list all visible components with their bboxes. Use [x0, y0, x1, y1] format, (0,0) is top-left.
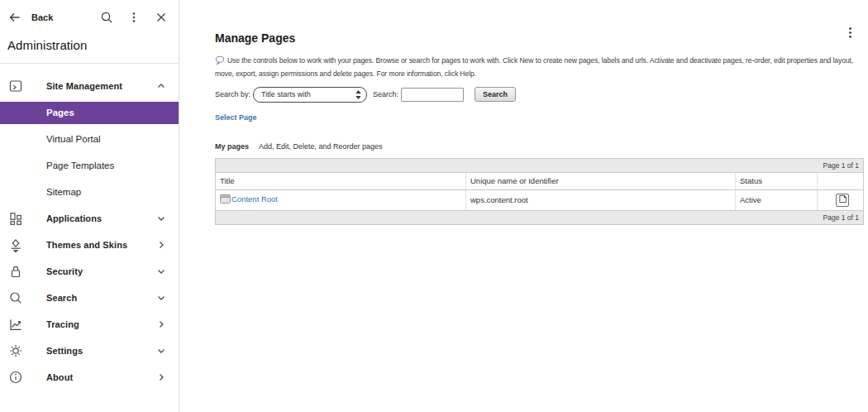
sidebar-item-themes-and-skins[interactable]: Themes and Skins	[0, 232, 179, 258]
tracing-chart-icon	[7, 317, 24, 332]
sidebar-item-site-management[interactable]: Site Management	[0, 73, 179, 99]
chevron-up-icon	[156, 81, 166, 91]
portlet-kebab-menu-icon[interactable]	[842, 25, 857, 40]
sidebar-item-security[interactable]: Security	[0, 258, 179, 285]
search-icon[interactable]	[99, 10, 114, 25]
sidebar-item-sitemap[interactable]: Sitemap	[0, 179, 179, 205]
chevron-right-icon	[156, 319, 166, 329]
sidebar-top-icons	[99, 10, 169, 25]
sidebar-item-label: Applications	[46, 213, 102, 223]
sidebar-item-search[interactable]: Search	[0, 285, 179, 311]
sidebar-title: Administration	[0, 35, 179, 63]
search-button[interactable]: Search	[475, 87, 516, 102]
sidebar-item-virtual-portal[interactable]: Virtual Portal	[0, 126, 179, 152]
sidebar-toolbar: Back	[0, 0, 179, 35]
sidebar-item-label: About	[46, 372, 73, 382]
sidebar-item-label: Page Templates	[46, 160, 114, 170]
cell-actions	[818, 189, 864, 210]
header-row: Title Unique name or Identifier Status	[216, 172, 864, 189]
site-management-icon	[7, 79, 24, 93]
chevron-right-icon	[156, 372, 166, 382]
table-row: Content Root wps.content.root Active	[216, 189, 864, 210]
select-stepper-icon	[355, 89, 362, 100]
page-title: Manage Pages	[215, 31, 863, 45]
sidebar-item-pages[interactable]: Pages	[0, 102, 179, 124]
pager-row-top: Page 1 of 1	[216, 158, 864, 172]
lock-icon	[7, 264, 24, 279]
sidebar-item-applications[interactable]: Applications	[0, 205, 179, 232]
search-input[interactable]	[401, 88, 464, 102]
chevron-down-icon	[156, 213, 166, 223]
pager-row-bottom: Page 1 of 1	[216, 210, 864, 224]
gear-icon	[7, 343, 24, 358]
chevron-down-icon	[156, 346, 166, 356]
chevron-down-icon	[156, 293, 166, 303]
info-icon	[7, 370, 24, 385]
main-panel: Manage Pages Use the controls below to w…	[180, 0, 868, 412]
sidebar-menu: Site Management Pages Virtual Portal Pag…	[0, 64, 179, 390]
edit-page-layout-button[interactable]	[836, 194, 849, 207]
admin-sidebar: Back Administration Site Management	[0, 0, 179, 412]
select-page-link[interactable]: Select Page	[215, 113, 257, 122]
search-input-label: Search:	[373, 90, 398, 98]
sidebar-item-label: Themes and Skins	[46, 240, 127, 250]
back-button[interactable]: Back	[7, 10, 53, 25]
back-label: Back	[31, 12, 53, 22]
manage-pages-content: Manage Pages Use the controls below to w…	[180, 0, 868, 225]
pager-bottom: Page 1 of 1	[216, 210, 864, 224]
close-icon[interactable]	[154, 10, 169, 25]
cell-unique-name: wps.content.root	[466, 189, 736, 210]
column-header-actions	[818, 172, 864, 189]
chevron-down-icon	[156, 266, 166, 276]
content-root-link[interactable]: Content Root	[231, 194, 278, 204]
search-by-select[interactable]: Title starts with	[253, 87, 367, 103]
themes-icon	[7, 237, 24, 252]
sidebar-item-settings[interactable]: Settings	[0, 338, 179, 364]
column-header-status: Status	[736, 172, 818, 189]
my-pages-line: My pagesAdd, Edit, Delete, and Reorder p…	[215, 142, 863, 151]
sidebar-item-label: Virtual Portal	[46, 134, 101, 144]
help-balloon-icon	[215, 55, 225, 69]
search-icon	[7, 290, 24, 305]
sidebar-item-label: Sitemap	[46, 187, 81, 197]
sidebar-item-page-templates[interactable]: Page Templates	[0, 152, 179, 179]
sidebar-item-label: Site Management	[46, 81, 122, 91]
sidebar-item-tracing[interactable]: Tracing	[0, 311, 179, 338]
chevron-right-icon	[156, 240, 166, 250]
my-pages-hint: Add, Edit, Delete, and Reorder pages	[259, 142, 383, 151]
sidebar-item-label: Security	[46, 266, 83, 276]
column-header-title: Title	[216, 172, 466, 189]
sidebar-item-label: Search	[46, 293, 77, 303]
sidebar-item-label: Settings	[46, 346, 83, 356]
search-controls: Search by: Title starts with Search: Sea…	[215, 87, 863, 103]
column-header-unique-name: Unique name or Identifier	[466, 172, 736, 189]
back-arrow-icon	[7, 10, 22, 25]
cell-status: Active	[736, 189, 818, 210]
search-by-selected-value: Title starts with	[261, 90, 311, 98]
cell-title: Content Root	[216, 189, 466, 210]
pager-top: Page 1 of 1	[216, 158, 864, 172]
search-by-label: Search by:	[215, 90, 250, 98]
sidebar-item-label: Pages	[46, 108, 74, 117]
applications-icon	[7, 211, 24, 226]
description-body: Use the controls below to work with your…	[215, 56, 853, 78]
pages-table-wrap: Page 1 of 1 Title Unique name or Identif…	[215, 158, 863, 225]
page-icon	[220, 194, 231, 205]
sidebar-item-about[interactable]: About	[0, 364, 179, 390]
description-text: Use the controls below to work with your…	[215, 55, 860, 80]
sidebar-item-label: Tracing	[46, 319, 79, 329]
pages-table: Page 1 of 1 Title Unique name or Identif…	[215, 158, 864, 225]
my-pages-label: My pages	[215, 142, 249, 151]
edit-page-layout-icon	[838, 194, 847, 206]
kebab-menu-icon[interactable]	[126, 10, 141, 25]
